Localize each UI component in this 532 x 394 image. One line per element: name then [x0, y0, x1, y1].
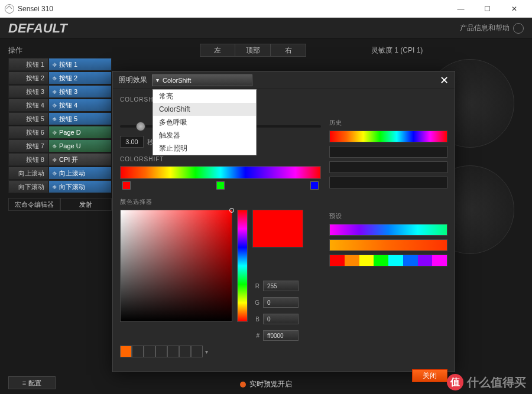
swatch-6[interactable]	[191, 346, 203, 357]
window-title: Sensei 310	[18, 5, 447, 13]
swatch-2[interactable]	[144, 346, 155, 357]
g-input[interactable]: 0	[263, 297, 299, 308]
b-input[interactable]: 0	[263, 314, 299, 324]
button-slot: 按钮 4	[8, 99, 48, 112]
option-multibreathe[interactable]: 多色呼吸	[153, 116, 256, 129]
preset-1[interactable]	[329, 224, 447, 236]
hex-label: #	[252, 333, 259, 339]
watermark-text: 什么值得买	[467, 375, 526, 390]
button-row[interactable]: 按钮 1⎆按钮 1	[8, 58, 112, 71]
effect-dropdown[interactable]: ColorShift	[152, 74, 252, 86]
button-assignment[interactable]: ⎆向上滚动	[48, 167, 112, 180]
gradient-strip[interactable]	[120, 166, 321, 179]
sensitivity-label: 灵敏度 1 (CPI 1)	[371, 45, 423, 56]
option-disable[interactable]: 禁止照明	[153, 142, 256, 155]
product-help-link[interactable]: 产品信息和帮助	[460, 23, 524, 34]
option-trigger[interactable]: 触发器	[153, 129, 256, 142]
button-assignment[interactable]: ⎆Page D	[48, 126, 112, 139]
ops-label: 操作	[8, 45, 22, 56]
speed-input[interactable]: 3.00	[120, 136, 144, 148]
button-assignment[interactable]: ⎆按钮 1	[48, 58, 112, 71]
tab-left[interactable]: 左	[200, 44, 235, 57]
button-row[interactable]: 按钮 7⎆Page U	[8, 139, 112, 152]
effect-dropdown-menu: 常亮 ColorShift 多色呼吸 触发器 禁止照明	[153, 89, 257, 155]
profile-title: DEFAULT	[8, 21, 460, 36]
tab-right[interactable]: 右	[271, 44, 306, 57]
marker-3[interactable]	[310, 181, 319, 190]
close-button[interactable]: 关闭	[412, 369, 447, 382]
button-assignment[interactable]: ⎆按钮 3	[48, 85, 112, 98]
option-colorshift[interactable]: ColorShift	[153, 103, 256, 116]
button-slot: 按钮 8	[8, 153, 48, 166]
sv-cursor[interactable]	[229, 208, 234, 213]
button-row[interactable]: 按钮 6⎆Page D	[8, 126, 112, 139]
color-preview	[252, 210, 303, 248]
gradient-section-label: COLORSHIFT	[120, 156, 321, 162]
header: DEFAULT 产品信息和帮助	[0, 18, 532, 39]
button-slot: 按钮 5	[8, 112, 48, 125]
r-input[interactable]: 255	[263, 281, 299, 291]
slider-knob[interactable]	[136, 122, 145, 131]
status-dot-icon	[240, 382, 246, 388]
button-assignment[interactable]: ⎆CPI 开	[48, 153, 112, 166]
close-button[interactable]: ✕	[501, 0, 527, 18]
history-1[interactable]	[329, 131, 447, 142]
view-tabs: 左 顶部 右	[200, 44, 306, 57]
button-row[interactable]: 按钮 5⎆按钮 5	[8, 112, 112, 125]
swatch-row: ▾	[120, 346, 321, 357]
hex-input[interactable]: ff0000	[263, 330, 299, 341]
marker-2[interactable]	[216, 181, 225, 190]
swatch-dropdown-icon[interactable]: ▾	[205, 349, 208, 355]
effect-label: 照明效果	[119, 75, 147, 85]
config-button[interactable]: ≡配置	[8, 376, 56, 389]
button-assignment[interactable]: ⎆Page U	[48, 139, 112, 152]
config-label: 配置	[28, 379, 41, 388]
modal-close-icon[interactable]: ✕	[440, 74, 449, 87]
swatch-4[interactable]	[167, 346, 179, 357]
button-row[interactable]: 向下滚动⎆向下滚动	[8, 180, 112, 193]
button-row[interactable]: 向上滚动⎆向上滚动	[8, 167, 112, 180]
picker-label: 颜色选择器	[120, 198, 321, 206]
button-slot: 按钮 3	[8, 85, 48, 98]
watermark: 值 什么值得买	[447, 374, 526, 390]
maximize-button[interactable]: ☐	[474, 0, 501, 18]
swatch-current[interactable]	[120, 346, 132, 357]
g-label: G	[252, 299, 259, 306]
button-assignment[interactable]: ⎆按钮 2	[48, 71, 112, 84]
swatch-3[interactable]	[155, 346, 167, 357]
button-assignment[interactable]: ⎆按钮 5	[48, 112, 112, 125]
button-row[interactable]: 按钮 2⎆按钮 2	[8, 71, 112, 84]
lighting-modal: 照明效果 ColorShift ✕ 常亮 ColorShift 多色呼吸 触发器…	[112, 71, 455, 372]
swatch-1[interactable]	[132, 346, 144, 357]
history-2[interactable]	[329, 146, 447, 158]
r-label: R	[252, 283, 259, 289]
minimize-button[interactable]: —	[447, 0, 474, 18]
button-slot: 按钮 2	[8, 71, 48, 84]
marker-1[interactable]	[122, 181, 131, 190]
macro-editor-button[interactable]: 宏命令编辑器	[8, 198, 60, 211]
button-assignment[interactable]: ⎆向下滚动	[48, 180, 112, 193]
saturation-value-box[interactable]	[120, 210, 232, 322]
history-label: 历史	[329, 119, 447, 127]
modal-header: 照明效果 ColorShift ✕	[113, 71, 455, 89]
button-slot: 按钮 1	[8, 58, 48, 71]
preview-label: 实时预览开启	[249, 379, 292, 389]
watermark-icon: 值	[447, 374, 463, 390]
history-4[interactable]	[329, 177, 447, 188]
bottom-bar: 宏命令编辑器 发射	[8, 198, 112, 211]
button-row[interactable]: 按钮 3⎆按钮 3	[8, 85, 112, 98]
help-icon	[513, 23, 524, 34]
button-assignment[interactable]: ⎆按钮 4	[48, 99, 112, 112]
launch-button[interactable]: 发射	[60, 198, 112, 211]
swatch-5[interactable]	[179, 346, 191, 357]
preset-3[interactable]	[329, 255, 447, 266]
history-3[interactable]	[329, 161, 447, 173]
b-label: B	[252, 316, 259, 323]
option-steady[interactable]: 常亮	[153, 90, 256, 103]
hue-slider[interactable]	[237, 210, 248, 322]
button-row[interactable]: 按钮 8⎆CPI 开	[8, 153, 112, 166]
tab-top[interactable]: 顶部	[235, 44, 271, 57]
button-row[interactable]: 按钮 4⎆按钮 4	[8, 99, 112, 112]
preset-2[interactable]	[329, 239, 447, 251]
help-label: 产品信息和帮助	[460, 23, 510, 33]
